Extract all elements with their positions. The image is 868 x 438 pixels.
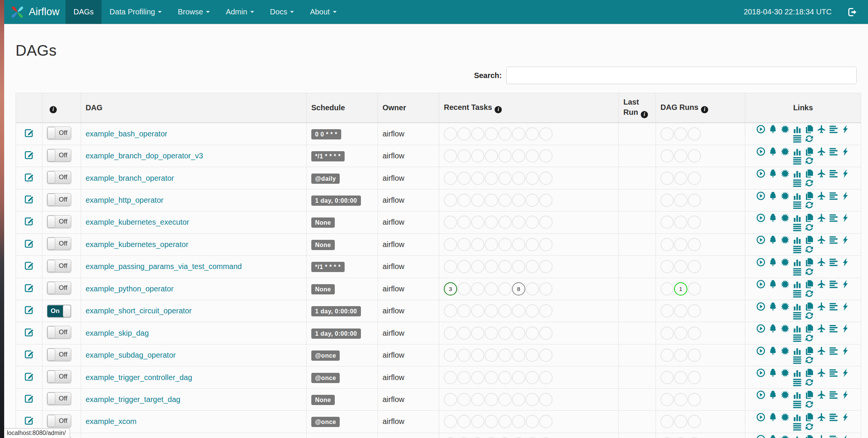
dag-name-link[interactable]: example_branch_dop_operator_v3 — [86, 152, 203, 160]
recent-task-state-circle[interactable] — [498, 127, 512, 141]
code-view-icon[interactable] — [841, 390, 850, 399]
recent-task-state-circle[interactable] — [512, 194, 525, 207]
recent-task-state-circle[interactable] — [539, 371, 553, 384]
recent-task-state-circle[interactable] — [498, 216, 512, 229]
recent-task-state-circle[interactable] — [526, 216, 539, 229]
trigger-dag-icon[interactable] — [756, 235, 765, 244]
recent-task-state-circle[interactable] — [498, 349, 512, 362]
task-tries-icon[interactable] — [805, 413, 814, 422]
graph-view-icon[interactable] — [781, 435, 790, 438]
dag-run-state-circle[interactable] — [688, 304, 701, 318]
recent-task-state-circle[interactable] — [444, 172, 457, 185]
logs-icon[interactable] — [793, 245, 802, 254]
dag-run-state-circle[interactable] — [660, 149, 674, 163]
recent-task-state-circle[interactable] — [512, 349, 525, 362]
dag-name-link[interactable]: example_subdag_operator — [86, 351, 176, 359]
task-duration-icon[interactable] — [793, 390, 802, 399]
refresh-icon[interactable] — [805, 134, 814, 143]
dag-pause-toggle[interactable]: Off — [47, 215, 71, 228]
gantt-view-icon[interactable] — [829, 169, 838, 178]
graph-view-icon[interactable] — [781, 147, 790, 156]
logs-icon[interactable] — [793, 223, 802, 232]
recent-task-state-circle[interactable] — [498, 238, 512, 251]
recent-task-state-circle[interactable] — [498, 327, 512, 340]
edit-dag-icon[interactable] — [24, 128, 34, 138]
edit-dag-icon[interactable] — [24, 261, 34, 271]
edit-dag-icon[interactable] — [24, 283, 34, 293]
logs-icon[interactable] — [793, 200, 802, 210]
recent-task-state-circle[interactable] — [471, 149, 484, 163]
recent-task-state-circle[interactable] — [457, 238, 471, 251]
dag-run-state-circle[interactable] — [660, 127, 674, 141]
dag-pause-toggle[interactable]: Off — [47, 193, 71, 206]
gantt-view-icon[interactable] — [829, 368, 838, 377]
recent-task-state-circle[interactable] — [471, 393, 484, 406]
recent-task-state-circle[interactable] — [444, 260, 457, 273]
recent-task-state-circle[interactable] — [444, 149, 457, 163]
col-dag[interactable]: DAG — [81, 93, 307, 123]
code-view-icon[interactable] — [841, 324, 850, 333]
graph-view-icon[interactable] — [781, 324, 790, 333]
gantt-view-icon[interactable] — [829, 125, 838, 134]
recent-task-state-circle[interactable] — [485, 415, 498, 428]
gantt-view-icon[interactable] — [829, 435, 838, 438]
trigger-dag-icon[interactable] — [756, 390, 765, 399]
code-view-icon[interactable] — [841, 346, 850, 355]
landing-times-icon[interactable] — [817, 280, 826, 289]
dag-name-link[interactable]: example_xcom — [86, 417, 137, 425]
dag-run-state-circle[interactable] — [674, 371, 687, 384]
dag-run-state-circle[interactable] — [688, 127, 701, 141]
landing-times-icon[interactable] — [817, 213, 826, 222]
recent-task-state-circle[interactable] — [526, 194, 539, 207]
tree-view-icon[interactable] — [768, 324, 777, 333]
logout-icon[interactable] — [848, 7, 857, 17]
recent-task-state-circle[interactable] — [526, 349, 539, 362]
recent-task-state-circle[interactable] — [512, 327, 525, 340]
graph-view-icon[interactable] — [781, 346, 790, 355]
recent-task-state-circle[interactable] — [498, 194, 512, 207]
dag-pause-toggle[interactable]: Off — [47, 415, 71, 427]
task-duration-icon[interactable] — [793, 413, 802, 422]
recent-task-state-circle[interactable] — [471, 415, 484, 428]
dag-run-state-circle[interactable] — [688, 282, 701, 296]
refresh-icon[interactable] — [805, 223, 814, 232]
dag-run-state-circle[interactable] — [660, 216, 674, 229]
gantt-view-icon[interactable] — [829, 390, 838, 399]
dag-run-state-circle[interactable] — [660, 282, 674, 296]
recent-task-state-circle[interactable] — [539, 304, 553, 318]
gantt-view-icon[interactable] — [829, 346, 838, 355]
tree-view-icon[interactable] — [768, 368, 777, 377]
logs-icon[interactable] — [793, 134, 802, 143]
nav-item-data-profiling[interactable]: Data Profiling — [101, 0, 170, 24]
code-view-icon[interactable] — [841, 258, 850, 267]
logs-icon[interactable] — [793, 289, 802, 298]
code-view-icon[interactable] — [841, 280, 850, 289]
recent-task-state-circle[interactable] — [444, 327, 457, 340]
recent-task-state-circle[interactable] — [512, 260, 525, 273]
tree-view-icon[interactable] — [768, 235, 777, 244]
logs-icon[interactable] — [793, 178, 802, 188]
task-duration-icon[interactable] — [793, 324, 802, 333]
edit-dag-icon[interactable] — [24, 239, 34, 249]
refresh-icon[interactable] — [805, 200, 814, 210]
task-duration-icon[interactable] — [793, 213, 802, 222]
recent-task-state-circle[interactable] — [457, 149, 471, 163]
dag-run-state-circle[interactable] — [660, 415, 674, 428]
dag-run-state-circle[interactable] — [688, 349, 701, 362]
recent-task-state-circle[interactable] — [471, 304, 484, 318]
recent-task-state-circle[interactable] — [444, 304, 457, 318]
recent-task-state-circle[interactable] — [444, 216, 457, 229]
gantt-view-icon[interactable] — [829, 191, 838, 200]
dag-pause-toggle[interactable]: Off — [47, 370, 71, 383]
trigger-dag-icon[interactable] — [756, 435, 765, 438]
edit-dag-icon[interactable] — [24, 216, 34, 226]
dag-pause-toggle[interactable]: Off — [47, 282, 71, 294]
recent-task-state-circle[interactable] — [485, 260, 498, 273]
recent-task-state-circle[interactable] — [526, 172, 539, 185]
task-duration-icon[interactable] — [793, 125, 802, 134]
dag-pause-toggle[interactable]: Off — [47, 171, 71, 184]
nav-item-admin[interactable]: Admin — [218, 0, 262, 24]
logs-icon[interactable] — [793, 400, 802, 409]
trigger-dag-icon[interactable] — [756, 191, 765, 200]
dag-name-link[interactable]: example_branch_operator — [86, 174, 174, 182]
